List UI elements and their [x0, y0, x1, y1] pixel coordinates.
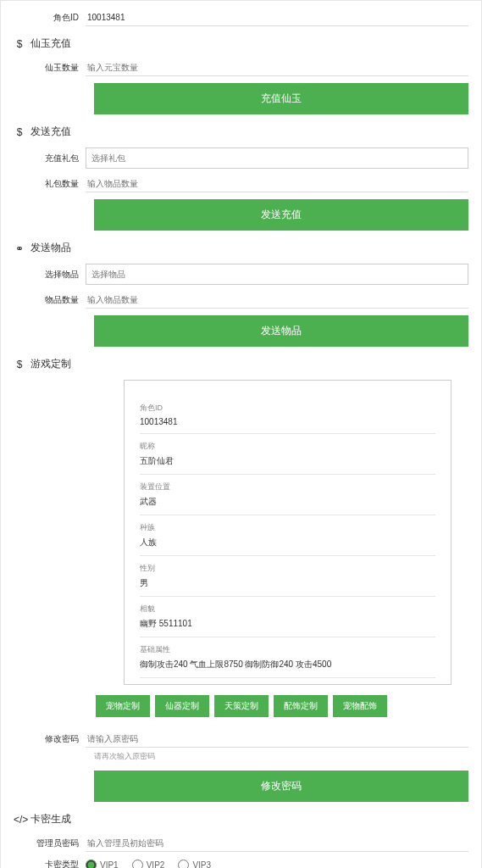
send-item-button[interactable]: 发送物品: [94, 315, 468, 347]
detail-value: 武器: [140, 496, 435, 508]
gift-qty-label: 礼包数量: [14, 178, 86, 190]
detail-item: 基础属性御制攻击240 气血上限8750 御制防御240 攻击4500: [140, 637, 435, 678]
xianyun-qty-input[interactable]: [86, 59, 468, 76]
detail-label: 角色ID: [140, 403, 435, 414]
adminpwd-input[interactable]: [86, 835, 468, 852]
customize-宠物配饰-button[interactable]: 宠物配饰: [333, 695, 387, 717]
details-panel[interactable]: 角色ID10013481昵称五阶仙君装置位置武器种族人族性别男相貌幽野 5511…: [124, 380, 452, 685]
pwd-input[interactable]: [86, 731, 468, 748]
change-pwd-button[interactable]: 修改密码: [94, 771, 468, 802]
kami-type-label: 卡密类型: [14, 859, 86, 868]
detail-item: 穿戴等级冲160级: [140, 678, 435, 685]
xianyun-qty-label: 仙玉数量: [14, 62, 86, 74]
send-recharge-button[interactable]: 发送充值: [94, 199, 468, 231]
item-qty-label: 物品数量: [14, 294, 86, 306]
section-send-item: ⚭ 发送物品: [14, 241, 468, 255]
section-kami: </> 卡密生成: [14, 812, 468, 826]
detail-label: 种族: [140, 522, 435, 533]
radio-input-VIP2[interactable]: [132, 860, 143, 869]
detail-value: 幽野 5511101: [140, 618, 435, 630]
radio-VIP1[interactable]: VIP1: [86, 860, 119, 869]
role-id-value: 10013481: [86, 9, 468, 26]
section-xianyun: $ 仙玉充值: [14, 36, 468, 51]
item-qty-input[interactable]: [86, 292, 468, 309]
gift-qty-input[interactable]: [86, 175, 468, 192]
radio-input-VIP1[interactable]: [86, 860, 97, 869]
detail-value: 男: [140, 577, 435, 589]
customize-天策定制-button[interactable]: 天策定制: [214, 695, 269, 717]
dollar-icon: $: [14, 126, 25, 138]
gift-select[interactable]: [86, 147, 468, 169]
gift-label: 充值礼包: [14, 153, 86, 164]
customize-仙器定制-button[interactable]: 仙器定制: [155, 695, 209, 717]
detail-value: 五阶仙君: [140, 455, 435, 467]
detail-value: 人族: [140, 537, 435, 548]
detail-item: 昵称五阶仙君: [140, 434, 435, 475]
customize-宠物定制-button[interactable]: 宠物定制: [96, 695, 150, 717]
detail-value: 御制攻击240 气血上限8750 御制防御240 攻击4500: [140, 659, 435, 670]
customize-配饰定制-button[interactable]: 配饰定制: [274, 695, 328, 717]
section-send-recharge: $ 发送充值: [14, 125, 468, 139]
item-select[interactable]: [86, 264, 468, 285]
detail-item: 种族人族: [140, 515, 435, 556]
adminpwd-label: 管理员密码: [14, 837, 86, 849]
link-icon: ⚭: [14, 242, 25, 254]
detail-label: 性别: [140, 563, 435, 574]
radio-input-VIP3[interactable]: [178, 860, 189, 869]
radio-VIP3[interactable]: VIP3: [178, 860, 211, 869]
pwd-label: 修改密码: [14, 733, 86, 745]
item-label: 选择物品: [14, 269, 86, 281]
pwd-hint: 请再次输入原密码: [94, 751, 468, 762]
detail-item: 装置位置武器: [140, 475, 435, 515]
code-icon: </>: [14, 814, 25, 826]
section-customize: $ 游戏定制: [14, 357, 468, 371]
detail-item: 性别男: [140, 556, 435, 597]
detail-label: 昵称: [140, 441, 435, 452]
detail-item: 相貌幽野 5511101: [140, 597, 435, 637]
detail-label: 相貌: [140, 604, 435, 615]
recharge-xianyun-button[interactable]: 充值仙玉: [94, 83, 468, 114]
role-id-label: 角色ID: [14, 12, 86, 24]
detail-item: 角色ID10013481: [140, 396, 435, 434]
dollar-icon: $: [14, 38, 25, 50]
detail-value: 10013481: [140, 417, 435, 426]
dollar-icon: $: [14, 359, 25, 370]
detail-label: 装置位置: [140, 481, 435, 492]
radio-VIP2[interactable]: VIP2: [132, 860, 165, 869]
detail-label: 基础属性: [140, 644, 435, 655]
